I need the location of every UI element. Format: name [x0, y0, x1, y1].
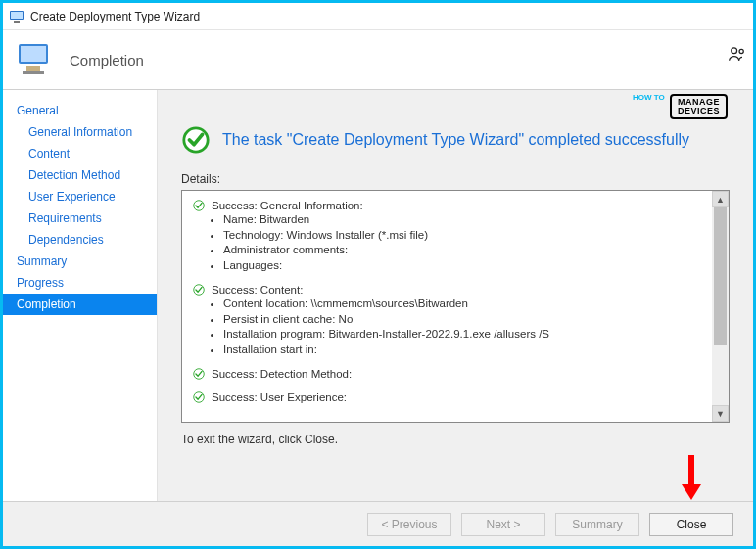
title-bar: Create Deployment Type Wizard [3, 3, 753, 30]
watermark-pre: HOW TO [633, 94, 665, 102]
check-icon [192, 390, 206, 404]
check-icon [192, 367, 206, 381]
page-heading: Completion [70, 52, 144, 69]
detail-line: Installation program: Bitwarden-Installe… [223, 327, 702, 343]
sidebar-item-summary[interactable]: Summary [3, 251, 157, 272]
details-label: Details: [181, 172, 730, 186]
sidebar-item-general[interactable]: General [3, 100, 157, 121]
section-general-information: Success: General Information: Name: Bitw… [192, 199, 702, 273]
sidebar-item-completion[interactable]: Completion [3, 294, 157, 315]
detail-line: Persist in client cache: No [223, 312, 702, 328]
section-detection-method: Success: Detection Method: [192, 367, 702, 381]
details-box: Success: General Information: Name: Bitw… [181, 190, 730, 423]
sidebar-item-content[interactable]: Content [3, 143, 157, 164]
next-button: Next > [461, 513, 545, 536]
nav-sidebar: General General Information Content Dete… [3, 90, 158, 501]
scroll-thumb[interactable] [714, 207, 727, 345]
annotation-arrow-icon [679, 453, 704, 505]
svg-point-8 [739, 49, 743, 53]
svg-rect-4 [21, 46, 46, 62]
section-head: Success: Detection Method: [212, 368, 352, 380]
section-content: Success: Content: Content location: \\cm… [192, 283, 702, 357]
sidebar-item-progress[interactable]: Progress [3, 272, 157, 294]
status-row: The task "Create Deployment Type Wizard"… [181, 125, 730, 155]
section-head: Success: Content: [212, 284, 303, 296]
detail-line: Administrator comments: [223, 243, 702, 258]
wizard-header: Completion [3, 30, 753, 89]
scroll-down-arrow[interactable]: ▼ [712, 405, 729, 422]
success-icon [181, 125, 211, 155]
users-icon [728, 44, 747, 67]
svg-rect-6 [23, 71, 44, 74]
svg-point-7 [732, 48, 737, 54]
status-text: The task "Create Deployment Type Wizard"… [222, 131, 689, 149]
detail-line: Installation start in: [223, 343, 702, 358]
scroll-track[interactable] [712, 207, 729, 405]
section-head: Success: General Information: [212, 200, 363, 211]
sidebar-item-dependencies[interactable]: Dependencies [3, 229, 157, 251]
check-icon [192, 199, 206, 212]
svg-rect-2 [14, 21, 20, 23]
section-head: Success: User Experience: [212, 391, 347, 403]
monitor-icon [17, 40, 56, 79]
wizard-body: General General Information Content Dete… [3, 90, 753, 501]
scroll-up-arrow[interactable]: ▲ [712, 191, 729, 207]
window-title: Create Deployment Type Wizard [30, 10, 200, 23]
window-frame: Create Deployment Type Wizard Completion… [0, 0, 756, 549]
watermark-line2: DEVICES [678, 106, 720, 115]
previous-button: < Previous [367, 513, 451, 536]
sidebar-item-requirements[interactable]: Requirements [3, 207, 157, 229]
svg-rect-5 [26, 66, 40, 71]
close-button[interactable]: Close [649, 513, 733, 536]
watermark: HOW TO MANAGE DEVICES [633, 94, 728, 119]
summary-button: Summary [555, 513, 639, 536]
details-scrollbar[interactable]: ▲ ▼ [712, 191, 729, 422]
svg-marker-15 [682, 484, 701, 500]
detail-line: Technology: Windows Installer (*.msi fil… [223, 228, 702, 244]
main-panel: HOW TO MANAGE DEVICES The task "Create D… [158, 90, 753, 501]
watermark-box: MANAGE DEVICES [670, 94, 728, 119]
exit-instruction: To exit the wizard, click Close. [181, 433, 730, 446]
wizard-footer: < Previous Next > Summary Close [3, 501, 753, 546]
section-user-experience: Success: User Experience: [192, 390, 702, 404]
detail-line: Name: Bitwarden [223, 212, 702, 228]
app-icon [9, 9, 24, 24]
check-icon [192, 283, 206, 297]
sidebar-item-general-information[interactable]: General Information [3, 121, 157, 143]
sidebar-item-detection-method[interactable]: Detection Method [3, 164, 157, 186]
sidebar-item-user-experience[interactable]: User Experience [3, 186, 157, 207]
details-content: Success: General Information: Name: Bitw… [182, 191, 712, 422]
detail-line: Languages: [223, 258, 702, 274]
detail-line: Content location: \\cmmemcm\sources\Bitw… [223, 297, 702, 312]
svg-rect-1 [11, 12, 23, 19]
